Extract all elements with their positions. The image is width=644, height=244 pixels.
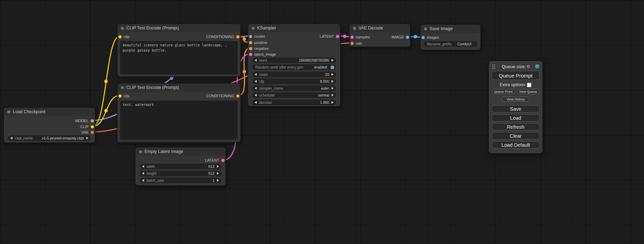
node-save-image[interactable]: Save Image images filename_prefix ComfyU… [420, 24, 481, 50]
widget-batch-size[interactable]: batch_size 1 [140, 178, 221, 183]
arrow-left-icon[interactable] [255, 94, 257, 97]
node-header[interactable]: KSampler [248, 24, 340, 32]
queue-prompt-button[interactable]: Queue Prompt [492, 71, 540, 80]
widget-height[interactable]: height 512 [140, 171, 221, 176]
slot-dot[interactable] [422, 36, 425, 39]
load-default-button[interactable]: Load Default [492, 141, 540, 148]
output-slot-latent[interactable]: LATENT [205, 158, 224, 163]
slot-dot[interactable] [406, 36, 409, 39]
slot-dot[interactable] [118, 94, 122, 98]
widget-scheduler[interactable]: scheduler normal [252, 92, 336, 98]
collapse-dot[interactable] [121, 86, 124, 89]
widget-cfg[interactable]: cfg 8.000 [252, 79, 336, 84]
node-header[interactable]: CLIP Text Encode (Prompt) [117, 83, 240, 92]
arrow-right-icon[interactable] [217, 172, 219, 175]
widget-steps[interactable]: steps 20 [252, 72, 336, 77]
arrow-left-icon[interactable] [255, 87, 257, 90]
output-slot-model[interactable]: MODEL [75, 118, 94, 123]
widget-filename-prefix[interactable]: filename_prefix ComfyUI [424, 41, 477, 47]
arrow-left-icon[interactable] [142, 172, 144, 175]
widget-width[interactable]: width 512 [140, 164, 221, 169]
widget-sampler-name[interactable]: sampler_name euler [252, 85, 336, 91]
widget-ckpt-name[interactable]: ckpt_name v1-5-pruned-emaonly.ckpt [8, 135, 91, 141]
slot-dot[interactable] [249, 35, 252, 38]
node-header[interactable]: VAE Decode [350, 24, 410, 32]
arrow-right-icon[interactable] [332, 94, 334, 97]
prompt-textarea[interactable]: text, watermark [120, 101, 238, 139]
widget-denoise[interactable]: denoise 1.000 [252, 100, 336, 105]
collapse-dot[interactable] [7, 110, 10, 114]
output-slot-image[interactable]: IMAGE [392, 35, 409, 39]
slot-dot[interactable] [91, 125, 94, 128]
node-ksampler[interactable]: KSampler model positive negative latent_… [248, 24, 341, 107]
arrow-right-icon[interactable] [332, 87, 334, 90]
input-slot-latent-image[interactable]: latent_image [249, 52, 276, 57]
node-vae-decode[interactable]: VAE Decode samples vae IMAGE [349, 24, 411, 47]
input-slot-samples[interactable]: samples [351, 35, 370, 39]
widget-seed[interactable]: seed 156680208700286 [252, 57, 336, 63]
drag-handle-icon[interactable] [492, 64, 493, 65]
output-slot-conditioning[interactable]: CONDITIONING [206, 93, 239, 98]
slot-dot[interactable] [336, 35, 339, 38]
input-slot-clip[interactable]: clip [118, 34, 130, 39]
extra-options-checkbox[interactable] [527, 83, 531, 87]
collapse-dot[interactable] [353, 27, 356, 30]
arrow-left-icon[interactable] [10, 137, 12, 139]
arrow-right-icon[interactable] [332, 80, 334, 83]
slot-dot[interactable] [249, 47, 252, 50]
slot-dot[interactable] [221, 159, 224, 162]
save-button[interactable]: Save [492, 105, 540, 112]
collapse-dot[interactable] [139, 150, 142, 153]
input-slot-vae[interactable]: vae [351, 41, 362, 46]
output-slot-latent[interactable]: LATENT [320, 34, 339, 39]
clear-button[interactable]: Clear [492, 132, 540, 139]
view-history-button[interactable]: View History [502, 97, 530, 102]
output-slot-vae[interactable]: VAE [81, 130, 94, 135]
queue-front-button[interactable]: Queue Front [492, 89, 515, 94]
input-slot-images[interactable]: images [422, 35, 439, 40]
output-slot-clip[interactable]: CLIP [80, 124, 94, 129]
arrow-right-icon[interactable] [332, 101, 334, 104]
arrow-right-icon[interactable] [86, 137, 88, 139]
toggle-knob-icon[interactable] [330, 65, 334, 69]
widget-random-seed-toggle[interactable]: Random seed after every gen enabled [252, 64, 336, 70]
slot-dot[interactable] [351, 42, 354, 45]
arrow-right-icon[interactable] [217, 165, 219, 168]
slot-dot[interactable] [91, 119, 94, 123]
node-empty-latent-image[interactable]: Empty Latent Image LATENT width 512 heig… [135, 147, 226, 186]
collapse-dot[interactable] [121, 27, 124, 30]
node-clip-text-encode-negative[interactable]: CLIP Text Encode (Prompt) clip CONDITION… [117, 83, 241, 143]
arrow-right-icon[interactable] [217, 179, 219, 182]
slot-dot[interactable] [118, 35, 122, 38]
arrow-left-icon[interactable] [255, 73, 257, 76]
node-header[interactable]: Empty Latent Image [135, 147, 226, 156]
node-load-checkpoint[interactable]: Load Checkpoint MODEL CLIP VAE ckpt_name… [3, 107, 95, 143]
arrow-left-icon[interactable] [255, 101, 257, 104]
load-button[interactable]: Load [492, 114, 540, 121]
refresh-button[interactable]: Refresh [492, 123, 540, 130]
node-clip-text-encode-positive[interactable]: CLIP Text Encode (Prompt) clip CONDITION… [117, 24, 241, 77]
slot-dot[interactable] [249, 53, 252, 56]
slot-dot[interactable] [249, 41, 252, 44]
output-slot-conditioning[interactable]: CONDITIONING [206, 34, 239, 39]
slot-dot[interactable] [236, 94, 239, 98]
view-queue-button[interactable]: View Queue [517, 89, 540, 94]
arrow-left-icon[interactable] [255, 59, 257, 62]
node-header[interactable]: Save Image [421, 25, 480, 33]
slot-dot[interactable] [236, 35, 239, 38]
collapse-dot[interactable] [424, 27, 427, 30]
arrow-right-icon[interactable] [332, 73, 334, 76]
arrow-right-icon[interactable] [332, 59, 334, 62]
collapse-dot[interactable] [252, 27, 255, 30]
arrow-left-icon[interactable] [142, 179, 144, 182]
node-header[interactable]: Load Checkpoint [4, 108, 95, 116]
arrow-left-icon[interactable] [142, 165, 144, 168]
queue-menu-panel[interactable]: Queue size: 0 Queue Prompt Extra options… [488, 61, 543, 154]
slot-dot[interactable] [91, 131, 94, 134]
arrow-left-icon[interactable] [255, 80, 257, 83]
input-slot-clip[interactable]: clip [118, 93, 130, 98]
input-slot-negative[interactable]: negative [249, 46, 269, 51]
input-slot-positive[interactable]: positive [249, 40, 267, 45]
node-header[interactable]: CLIP Text Encode (Prompt) [117, 24, 240, 32]
input-slot-model[interactable]: model [249, 34, 265, 39]
